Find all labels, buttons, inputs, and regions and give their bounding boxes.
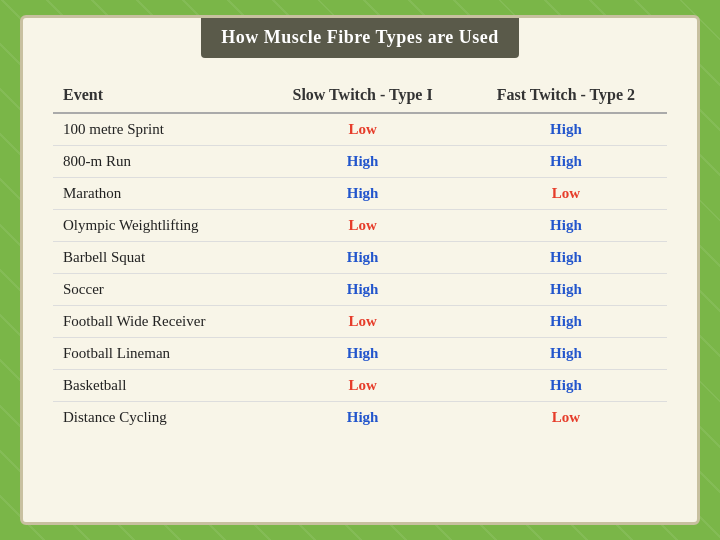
cell-slow-twitch: Low — [260, 370, 464, 402]
cell-fast-twitch: High — [465, 146, 667, 178]
muscle-fibre-table: Event Slow Twitch - Type I Fast Twitch -… — [53, 78, 667, 433]
cell-event: 100 metre Sprint — [53, 113, 260, 146]
cell-fast-twitch: High — [465, 113, 667, 146]
table-row: MarathonHighLow — [53, 178, 667, 210]
cell-slow-twitch: High — [260, 402, 464, 434]
cell-event: Soccer — [53, 274, 260, 306]
cell-fast-twitch: High — [465, 274, 667, 306]
table-row: 800-m RunHighHigh — [53, 146, 667, 178]
cell-slow-twitch: High — [260, 146, 464, 178]
cell-fast-twitch: High — [465, 370, 667, 402]
main-card: How Muscle Fibre Types are Used Event Sl… — [20, 15, 700, 525]
cell-event: Distance Cycling — [53, 402, 260, 434]
cell-event: Football Lineman — [53, 338, 260, 370]
table-row: Football LinemanHighHigh — [53, 338, 667, 370]
table-header-row: Event Slow Twitch - Type I Fast Twitch -… — [53, 78, 667, 113]
cell-fast-twitch: High — [465, 338, 667, 370]
table-row: Football Wide ReceiverLowHigh — [53, 306, 667, 338]
cell-slow-twitch: Low — [260, 113, 464, 146]
cell-fast-twitch: High — [465, 210, 667, 242]
cell-fast-twitch: High — [465, 306, 667, 338]
cell-fast-twitch: High — [465, 242, 667, 274]
cell-slow-twitch: Low — [260, 306, 464, 338]
cell-event: Olympic Weightlifting — [53, 210, 260, 242]
cell-event: Basketball — [53, 370, 260, 402]
cell-fast-twitch: Low — [465, 402, 667, 434]
col-fast: Fast Twitch - Type 2 — [465, 78, 667, 113]
page-title: How Muscle Fibre Types are Used — [201, 17, 519, 58]
table-body: 100 metre SprintLowHigh800-m RunHighHigh… — [53, 113, 667, 433]
cell-slow-twitch: High — [260, 242, 464, 274]
cell-fast-twitch: Low — [465, 178, 667, 210]
table-row: Distance CyclingHighLow — [53, 402, 667, 434]
cell-event: Marathon — [53, 178, 260, 210]
table-wrapper: Event Slow Twitch - Type I Fast Twitch -… — [23, 58, 697, 522]
cell-event: 800-m Run — [53, 146, 260, 178]
col-slow: Slow Twitch - Type I — [260, 78, 464, 113]
cell-slow-twitch: High — [260, 178, 464, 210]
table-row: Barbell SquatHighHigh — [53, 242, 667, 274]
table-row: Olympic WeightliftingLowHigh — [53, 210, 667, 242]
cell-event: Football Wide Receiver — [53, 306, 260, 338]
table-row: SoccerHighHigh — [53, 274, 667, 306]
cell-slow-twitch: High — [260, 338, 464, 370]
table-row: 100 metre SprintLowHigh — [53, 113, 667, 146]
cell-slow-twitch: Low — [260, 210, 464, 242]
table-row: BasketballLowHigh — [53, 370, 667, 402]
cell-slow-twitch: High — [260, 274, 464, 306]
col-event: Event — [53, 78, 260, 113]
cell-event: Barbell Squat — [53, 242, 260, 274]
